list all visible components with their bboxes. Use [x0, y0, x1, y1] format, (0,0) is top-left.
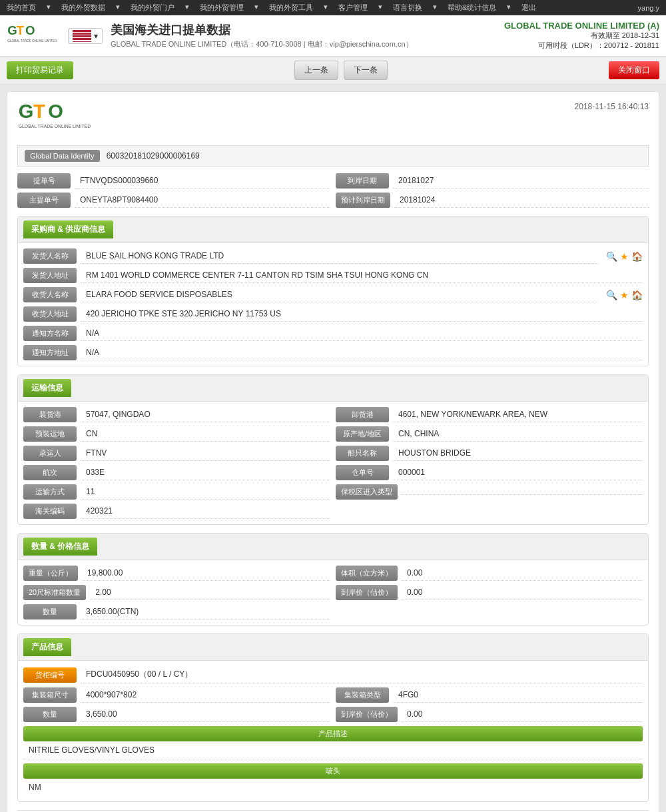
planned-arrive-label: 预计到岸日期	[336, 193, 390, 208]
company-logo: G T O GLOBAL TRADE ONLINE LIMITED	[7, 23, 60, 49]
shipper-addr-label: 发货人地址	[23, 268, 77, 283]
consignee-addr-label: 收货人地址	[23, 306, 77, 322]
bonded-field: 保税区进入类型	[336, 484, 643, 500]
product-price-field: 到岸价（估价） 0.00	[336, 707, 643, 722]
marks-section: 唛头 NM	[23, 763, 643, 796]
next-button[interactable]: 下一条	[344, 61, 388, 80]
weight-field: 重量（公斤） 19,800.00	[23, 566, 330, 581]
discharge-port-label: 卸货港	[336, 407, 389, 422]
arrive-price-field: 到岸价（估价） 0.00	[336, 585, 643, 600]
marks-value: NM	[23, 779, 643, 796]
containers-field: 20尺标准箱数量 2.00	[23, 585, 330, 600]
product-header: 产品信息	[23, 638, 71, 656]
qty-value: 3,650.00(CTN)	[81, 604, 330, 619]
nav-foreign-mgmt[interactable]: 我的外贸管理	[200, 3, 244, 13]
nav-home[interactable]: 我的首页	[7, 3, 36, 13]
shipper-star-icon[interactable]: ★	[620, 251, 629, 262]
nav-customer-mgmt[interactable]: 客户管理	[338, 3, 368, 13]
warehouse-field: 仓单号 000001	[336, 465, 643, 480]
flag-area[interactable]: ▾	[68, 28, 103, 44]
product-desc-section: 产品描述 NITRILE GLOVES/VINYL GLOVES	[23, 726, 643, 759]
shipper-search-icon[interactable]: 🔍	[606, 251, 617, 262]
nav-menu[interactable]: 我的首页 ▾ 我的外贸数据 ▾ 我的外贸门户 ▾ 我的外贸管理 ▾ 我的外贸工具…	[7, 3, 536, 13]
prev-button[interactable]: 上一条	[294, 61, 338, 80]
consignee-icons: 🔍 ★ 🏠	[606, 290, 643, 300]
notify-name-label: 通知方名称	[23, 326, 77, 341]
discharge-port-value: 4601, NEW YORK/NEWARK AREA, NEW	[393, 407, 643, 422]
bonded-label: 保税区进入类型	[336, 484, 398, 500]
nav-dropdown-arrow4: ▾	[254, 3, 258, 13]
customs-code-row: 海关编码 420321	[23, 504, 643, 519]
close-button[interactable]: 关闭窗口	[609, 61, 659, 79]
weight-label: 重量（公斤）	[23, 566, 78, 581]
loading-port-label: 装货港	[23, 407, 77, 422]
loading-port-value: 57047, QINGDAO	[81, 407, 330, 422]
carrier-value: FTNV	[81, 446, 330, 461]
buyer-supplier-header: 采购商 & 供应商信息	[23, 220, 113, 238]
origin-field: 原产地/地区 CN, CHINA	[336, 426, 643, 442]
customs-code-value: 420321	[81, 504, 330, 519]
gdi-row: Global Data Identity 6003201810290000061…	[17, 145, 649, 167]
consignee-addr-row: 收货人地址 420 JERICHO TPKE STE 320 JERICHO N…	[23, 306, 643, 322]
qty-field: 数量 3,650.00(CTN)	[23, 604, 330, 619]
shipper-home-icon[interactable]: 🏠	[631, 251, 643, 262]
product-qty-value: 3,650.00	[81, 707, 330, 722]
nav-foreign-portal[interactable]: 我的外贸门户	[131, 3, 174, 13]
print-button[interactable]: 打印贸易记录	[7, 61, 73, 79]
shipper-name-row: 发货人名称 BLUE SAIL HONG KONG TRADE LTD 🔍 ★ …	[23, 248, 643, 264]
carrier-row: 承运人 FTNV 船只名称 HOUSTON BRIDGE	[23, 446, 643, 461]
nav-logout[interactable]: 退出	[521, 3, 536, 13]
customs-code-field: 海关编码 420321	[23, 504, 330, 519]
consignee-home-icon[interactable]: 🏠	[631, 290, 643, 300]
container-type-value: 4FG0	[393, 687, 643, 703]
origin-value: CN, CHINA	[393, 426, 643, 442]
voyage-field: 航次 033E	[23, 465, 330, 480]
gdi-label: Global Data Identity	[25, 150, 100, 162]
buyer-supplier-body: 发货人名称 BLUE SAIL HONG KONG TRADE LTD 🔍 ★ …	[18, 243, 648, 366]
container-type-label: 集装箱类型	[336, 687, 389, 703]
arrive-price-value: 0.00	[402, 585, 643, 600]
page-title: 美国海关进口提单数据	[111, 22, 413, 38]
origin-label: 原产地/地区	[336, 426, 389, 442]
product-qty-row: 数量 3,650.00 到岸价（估价） 0.00	[23, 707, 643, 722]
contact-info: GLOBAL TRADE ONLINE LIMITED（电话：400-710-3…	[111, 39, 413, 49]
qty-row: 数量 3,650.00(CTN)	[23, 604, 643, 619]
record-logo: G T O GLOBAL TRADE ONLINE LIMITED	[17, 102, 111, 137]
warehouse-value: 000001	[393, 465, 643, 480]
notify-addr-row: 通知方地址 N/A	[23, 345, 643, 360]
qty-label: 数量	[23, 604, 77, 619]
nav-help[interactable]: 帮助&统计信息	[448, 3, 496, 13]
shipper-addr-value: RM 1401 WORLD COMMERCE CENTER 7-11 CANTO…	[81, 268, 643, 283]
nav-user: yang.y	[638, 4, 659, 12]
consignee-star-icon[interactable]: ★	[620, 290, 629, 300]
main-content: G T O GLOBAL TRADE ONLINE LIMITED 2018-1…	[0, 85, 666, 812]
voyage-row: 航次 033E 仓单号 000001	[23, 465, 643, 480]
pre-transport-label: 预装运地	[23, 426, 77, 442]
container-no-label: 货柜编号	[23, 667, 77, 683]
nav-dropdown-arrow3: ▾	[185, 3, 189, 13]
gdi-value: 600320181029000006169	[107, 151, 200, 161]
svg-text:GLOBAL TRADE ONLINE LIMITED: GLOBAL TRADE ONLINE LIMITED	[7, 39, 57, 42]
nav-foreign-data[interactable]: 我的外贸数据	[61, 3, 105, 13]
product-price-value: 0.00	[402, 707, 643, 722]
warehouse-label: 仓单号	[336, 465, 389, 480]
bill-no-value: FTNVQDS000039660	[75, 173, 330, 189]
nav-dropdown-arrow2: ▾	[116, 3, 120, 13]
origin-row: 预装运地 CN 原产地/地区 CN, CHINA	[23, 426, 643, 442]
container-size-row: 集装箱尺寸 4000*907*802 集装箱类型 4FG0	[23, 687, 643, 703]
arrive-date-value: 20181027	[393, 173, 649, 189]
header-right: GLOBAL TRADE ONLINE LIMITED (A) 有效期至 201…	[504, 21, 659, 51]
quantity-price-section: 数量 & 价格信息 重量（公斤） 19,800.00 体积（立方米） 0.00	[17, 533, 649, 625]
nav-dropdown-arrow5: ▾	[324, 3, 328, 13]
svg-text:O: O	[48, 102, 63, 122]
pre-transport-field: 预装运地 CN	[23, 426, 330, 442]
bonded-value	[402, 489, 643, 495]
nav-foreign-tools[interactable]: 我的外贸工具	[269, 3, 313, 13]
master-bill-field: 主提单号 ONEYTA8PT9084400	[17, 193, 330, 208]
bill-row: 提单号 FTNVQDS000039660 到岸日期 20181027	[17, 173, 649, 189]
bill-no-label: 提单号	[17, 173, 71, 189]
consignee-search-icon[interactable]: 🔍	[606, 290, 617, 300]
qp-body: 重量（公斤） 19,800.00 体积（立方米） 0.00 20尺标准箱数量 2…	[18, 560, 648, 625]
nav-language[interactable]: 语言切换	[393, 3, 422, 13]
buyer-supplier-section: 采购商 & 供应商信息 发货人名称 BLUE SAIL HONG KONG TR…	[17, 216, 649, 366]
